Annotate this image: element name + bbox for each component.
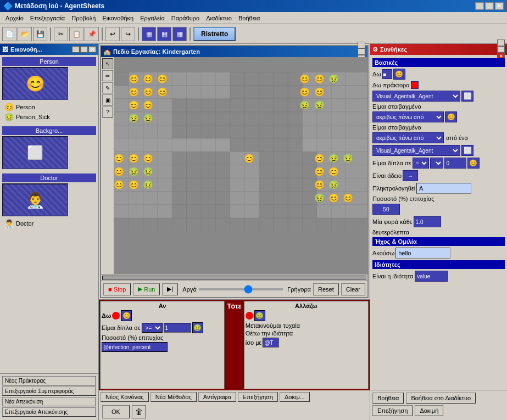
delete-button[interactable]: 🗑 xyxy=(132,405,146,418)
menu-arxeio[interactable]: Αρχείο xyxy=(2,14,27,23)
agent-person[interactable]: 😊 Person xyxy=(2,102,96,112)
syn-max[interactable]: □ xyxy=(497,46,505,53)
open-btn[interactable]: 📂 xyxy=(18,27,32,41)
pedio-max[interactable]: □ xyxy=(358,48,365,55)
agent-doctor[interactable]: 👨‍⚕️ Doctor xyxy=(2,219,96,228)
ristretto-button[interactable]: Ristretto xyxy=(193,27,236,41)
akousw-val-box[interactable]: hello xyxy=(395,248,450,259)
doctor-preview[interactable]: 👨‍⚕️ xyxy=(2,183,68,216)
condition1-op-select[interactable]: >= xyxy=(142,323,163,333)
dipla-op-select[interactable]: = xyxy=(413,158,429,169)
svg-text:🤢: 🤢 xyxy=(129,113,140,124)
menu-parathyro[interactable]: Παράθυρο xyxy=(168,14,203,23)
run-label: Run xyxy=(144,286,155,293)
menu-iconothiki[interactable]: Εικονοθήκη xyxy=(99,14,137,23)
close-btn[interactable]: ✕ xyxy=(495,2,504,10)
undo-btn[interactable]: ↩ xyxy=(105,27,120,41)
condition1-val-input[interactable] xyxy=(164,323,191,333)
pedio-min[interactable]: _ xyxy=(358,42,365,48)
left-panel-buttons: Νέος Πράκτορας Επεξεργασία Συμπεριφοράς … xyxy=(0,373,98,420)
speed-slider[interactable] xyxy=(199,288,283,290)
new-agent-btn[interactable]: Νέος Πράκτορας xyxy=(2,376,96,385)
syn-min[interactable]: _ xyxy=(497,40,505,46)
syn-prak-dot[interactable] xyxy=(411,81,419,89)
idia-val-box[interactable]: value xyxy=(415,271,448,282)
clear-button[interactable]: Clear xyxy=(341,283,365,295)
dokimi-btn[interactable]: Δοκιμή xyxy=(415,405,443,416)
explain-btn[interactable]: Επεξήγηση xyxy=(238,392,278,402)
mia-val-input[interactable] xyxy=(414,216,441,227)
menu-diadiktyo[interactable]: Διαδίκτυο xyxy=(203,14,235,23)
run-button[interactable]: ▶ Run xyxy=(133,283,160,295)
stop-button[interactable]: ■ Stop xyxy=(103,283,131,295)
agent-group-bg-header: Backgro... xyxy=(2,126,96,135)
grid-scrollbar[interactable] xyxy=(101,274,367,281)
dipla-val-select[interactable]: ▼ xyxy=(430,158,443,169)
edit-appearance-btn[interactable]: Επεξεργασία Απεικόνισης xyxy=(2,407,96,417)
agent-group-person: Person 😊 😊 Person 🤢 Person_Sick xyxy=(2,57,96,122)
copy-btn[interactable]: 📋 xyxy=(69,27,83,41)
menu-voitheia[interactable]: Βοήθεια xyxy=(235,14,263,23)
agent2-select[interactable]: Visual_Agentalk_Agent xyxy=(372,145,460,156)
erase-tool[interactable]: ✎ xyxy=(102,82,113,93)
maximize-btn[interactable]: □ xyxy=(485,2,494,10)
save-btn[interactable]: 💾 xyxy=(33,27,47,41)
test-btn[interactable]: Δοκιμ... xyxy=(280,392,310,402)
rect-tool[interactable]: ▣ xyxy=(102,94,113,105)
syn-deuterolep-label: δευτερόλεπτα xyxy=(372,229,409,236)
draw-tool[interactable]: ✏ xyxy=(102,70,113,81)
new-appearance-btn[interactable]: Νέα Απεικόνιση xyxy=(2,397,96,406)
key-val-box[interactable]: A xyxy=(416,183,471,194)
iconothiki-min[interactable]: _ xyxy=(72,46,80,53)
ok-button[interactable]: OK xyxy=(102,405,130,418)
agent-select[interactable]: Visual_Agentalk_Agent xyxy=(372,91,460,102)
menu-ergaleia[interactable]: Εργαλεία xyxy=(137,14,168,23)
step-button[interactable]: ▶| xyxy=(162,283,178,295)
adio-arrow[interactable]: → xyxy=(403,170,418,181)
agent-person-sick[interactable]: 🤢 Person_Sick xyxy=(2,112,96,122)
minimize-btn[interactable]: _ xyxy=(475,2,484,10)
iconothiki-close[interactable]: ✕ xyxy=(88,46,96,53)
person-preview[interactable]: 😊 xyxy=(2,67,68,100)
scroll-track[interactable] xyxy=(102,276,366,280)
menu-epexergasia[interactable]: Επεξεργασία xyxy=(27,14,68,23)
voitheia-btn[interactable]: Βοήθεια xyxy=(372,393,404,404)
epeksig-btn[interactable]: Επεξήγηση xyxy=(372,405,413,416)
tote-side: Αλλάζω 🤢 Μετακινούμαι τυχαία Θέτω την ιδ… xyxy=(244,301,369,389)
new-btn[interactable]: 📄 xyxy=(2,27,16,41)
stav1-op-select[interactable]: ακριβώς πάνω από xyxy=(372,111,444,122)
help-tool[interactable]: ? xyxy=(102,107,113,117)
cut-btn[interactable]: ✂ xyxy=(54,27,68,41)
stav2-op-select[interactable]: ακριβώς πάνω από xyxy=(372,132,444,143)
edit-behavior-btn[interactable]: Επεξεργασία Συμπεριφοράς xyxy=(2,387,96,396)
iconothiki-controls: _ □ ✕ xyxy=(72,46,96,53)
copy-btn2[interactable]: Αντίγραφο xyxy=(198,392,236,402)
menu-provoli[interactable]: Προβολή xyxy=(68,14,99,23)
condition2-val-input[interactable] xyxy=(102,342,168,352)
paste-btn[interactable]: 📌 xyxy=(85,27,99,41)
grid3-btn[interactable]: ▦ xyxy=(172,27,187,41)
iconothiki-max[interactable]: □ xyxy=(80,46,88,53)
tote-val-input[interactable] xyxy=(263,338,279,348)
ichos-label: Ήχος & Ομιλία xyxy=(372,237,505,246)
dipla-val-input[interactable] xyxy=(444,158,466,169)
condition2-row: Ποσοστό (%) επιτυχίας xyxy=(102,334,223,341)
game-grid[interactable]: 😊 😊 😊 😊 😊 🤢 😊 😊 😊 😊 😊 😊 xyxy=(114,57,367,274)
background-preview[interactable]: ⬜ xyxy=(2,136,68,169)
grid1-btn[interactable]: ▦ xyxy=(142,27,156,41)
an-side: Αν Δω 😊 Είμαι δίπλα σε >= 🤢 xyxy=(100,301,225,389)
grid2-btn[interactable]: ▦ xyxy=(157,27,171,41)
new-rule-btn[interactable]: Νέος Κανόνας xyxy=(101,392,149,402)
reset-button[interactable]: Reset xyxy=(313,283,339,295)
redo-btn[interactable]: ↪ xyxy=(121,27,135,41)
select-tool[interactable]: ↖ xyxy=(102,58,113,69)
syn-dw-box[interactable]: ■ xyxy=(382,69,392,79)
svg-text:😊: 😊 xyxy=(143,74,154,84)
voitheia-diadikt-btn[interactable]: Βοήθεια στο Διαδίκτυο xyxy=(406,393,476,404)
syn-adio-row: Είναι άδειο → xyxy=(372,170,505,181)
new-method-btn[interactable]: Νέα Μέθοδος xyxy=(151,392,197,402)
person-sick-icon: 🤢 xyxy=(4,113,14,121)
syn-key-row: Πληκτρολογηθεί A xyxy=(372,183,505,194)
an-agent-icon: 😊 xyxy=(121,310,132,321)
pososto-val[interactable]: 50 xyxy=(372,204,400,215)
